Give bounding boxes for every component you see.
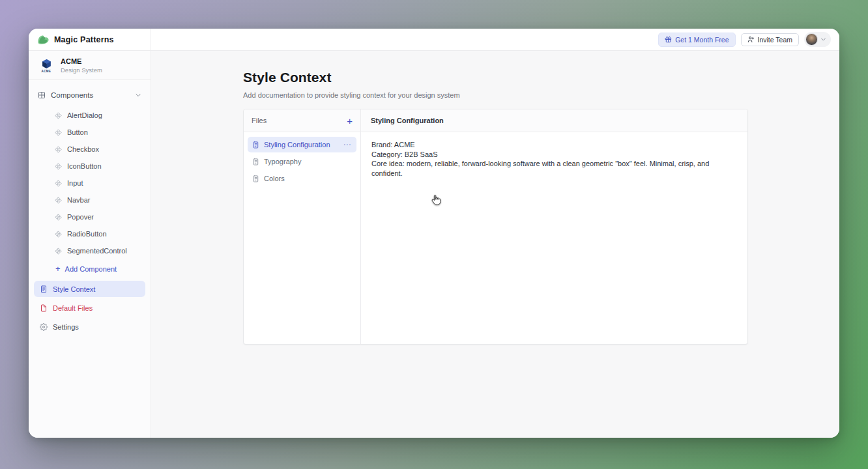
components-section-label: Components: [51, 91, 93, 99]
component-label: RadioButton: [67, 230, 107, 238]
sidebar-item-radiobutton[interactable]: RadioButton: [29, 225, 151, 242]
component-icon: [55, 180, 62, 187]
workspace-subtitle: Design System: [61, 66, 102, 74]
main-content: Style Context Add documentation to provi…: [243, 70, 748, 345]
acme-logo-icon: ACME: [38, 59, 55, 73]
file-content-line: Category: B2B SaaS: [371, 150, 737, 160]
file-text-icon: [252, 158, 259, 165]
account-menu[interactable]: [804, 32, 831, 47]
page-title: Style Context: [243, 70, 748, 85]
component-label: SegmentedControl: [67, 247, 127, 255]
sidebar-item-default-files[interactable]: Default Files: [34, 300, 145, 316]
panel-header: Files + Styling Configuration: [244, 109, 747, 132]
component-icon: [55, 214, 62, 221]
files-header-label: Files: [252, 117, 267, 124]
style-context-panel: Files + Styling Configuration Styling Co…: [243, 109, 748, 345]
file-content-line: Core idea: modern, reliable, forward-loo…: [371, 159, 737, 178]
sidebar-nav: Style Context Default Files Settings: [29, 281, 151, 335]
component-label: Popover: [67, 213, 94, 221]
panel-body: Styling Configuration ⋯ Typography: [244, 132, 747, 344]
component-label: Input: [67, 179, 83, 187]
file-text-icon: [40, 285, 48, 293]
detail-panel-header: Styling Configuration: [361, 109, 747, 132]
component-icon: [55, 146, 62, 153]
component-icon: [55, 231, 62, 238]
files-panel-header: Files +: [244, 109, 361, 132]
brand-logo-area[interactable]: Magic Patterns: [29, 29, 151, 50]
component-label: AlertDialog: [67, 111, 102, 119]
sidebar-item-navbar[interactable]: Navbar: [29, 192, 151, 208]
component-label: IconButton: [67, 162, 102, 170]
invite-team-button[interactable]: Invite Team: [741, 33, 800, 46]
component-icon: [55, 197, 62, 204]
desktop-background: { "header": { "logo_text": "Magic Patter…: [0, 0, 868, 469]
file-content[interactable]: Brand: ACME Category: B2B SaaS Core idea…: [361, 132, 747, 344]
workspace-name: ACME: [61, 57, 102, 65]
component-list: AlertDialog Button Checkbox IconButton I…: [29, 107, 151, 259]
chevron-down-icon: [820, 36, 826, 42]
gear-icon: [40, 323, 48, 331]
components-section-toggle[interactable]: Components: [29, 87, 151, 103]
nav-label: Default Files: [53, 304, 93, 312]
sidebar-item-button[interactable]: Button: [29, 124, 151, 141]
user-plus-icon: [747, 36, 755, 43]
component-label: Button: [67, 128, 88, 136]
app-body: ACME ACME Design System Components: [29, 51, 839, 438]
nav-label: Settings: [53, 323, 79, 331]
sidebar-item-alertdialog[interactable]: AlertDialog: [29, 107, 151, 124]
file-name: Styling Configuration: [264, 141, 330, 149]
invite-team-label: Invite Team: [758, 36, 793, 44]
files-list: Styling Configuration ⋯ Typography: [244, 132, 361, 344]
nav-label: Style Context: [53, 285, 95, 293]
grid-icon: [38, 91, 46, 99]
component-icon: [55, 248, 62, 255]
gift-icon: [665, 36, 672, 43]
sidebar-item-input[interactable]: Input: [29, 175, 151, 192]
sidebar-item-checkbox[interactable]: Checkbox: [29, 141, 151, 158]
main-area: Style Context Add documentation to provi…: [151, 51, 839, 438]
top-bar-actions: Get 1 Month Free Invite Team: [151, 29, 839, 50]
chevron-down-icon: [135, 92, 141, 98]
file-name: Typography: [264, 158, 301, 165]
file-text-icon: [252, 175, 259, 182]
file-name: Colors: [264, 175, 285, 182]
add-component-label: Add Component: [65, 265, 117, 273]
sidebar-item-settings[interactable]: Settings: [34, 319, 145, 335]
brand-name: Magic Patterns: [54, 35, 114, 44]
sidebar-item-segmentedcontrol[interactable]: SegmentedControl: [29, 242, 151, 259]
get-month-free-label: Get 1 Month Free: [675, 36, 729, 44]
file-item-typography[interactable]: Typography: [248, 154, 356, 169]
file-text-icon: [252, 141, 259, 149]
page-subtitle: Add documentation to provide styling con…: [243, 91, 748, 99]
component-label: Navbar: [67, 196, 90, 204]
add-component-button[interactable]: + Add Component: [29, 259, 151, 278]
component-icon: [55, 129, 62, 136]
app-window: Magic Patterns Get 1 Month Free: [29, 29, 839, 438]
get-month-free-button[interactable]: Get 1 Month Free: [658, 33, 735, 47]
sidebar-item-style-context[interactable]: Style Context: [34, 281, 145, 297]
component-icon: [55, 112, 62, 119]
plus-icon: +: [55, 264, 61, 273]
sidebar: ACME ACME Design System Components: [29, 51, 151, 438]
sidebar-item-popover[interactable]: Popover: [29, 208, 151, 225]
add-file-button[interactable]: +: [347, 116, 353, 126]
file-icon: [40, 304, 48, 312]
workspace-switcher[interactable]: ACME ACME Design System: [29, 51, 151, 80]
sidebar-item-iconbutton[interactable]: IconButton: [29, 158, 151, 175]
acme-logo-caption: ACME: [42, 70, 51, 73]
file-content-line: Brand: ACME: [371, 140, 737, 150]
file-item-colors[interactable]: Colors: [248, 171, 356, 186]
file-options-button[interactable]: ⋯: [343, 140, 353, 149]
magic-patterns-logo-icon: [37, 35, 50, 45]
top-bar: Magic Patterns Get 1 Month Free: [29, 29, 839, 51]
component-icon: [55, 163, 62, 170]
file-item-styling-configuration[interactable]: Styling Configuration ⋯: [248, 137, 356, 152]
avatar: [805, 33, 818, 46]
component-label: Checkbox: [67, 145, 99, 153]
